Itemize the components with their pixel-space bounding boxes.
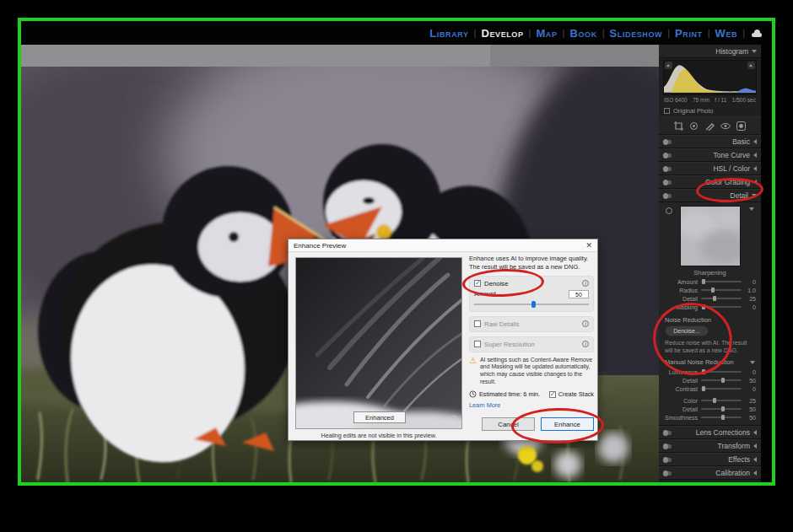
denoise-button[interactable]: Denoise... xyxy=(665,325,709,336)
denoise-label: Denoise xyxy=(484,280,509,287)
shadow-clipping-icon[interactable] xyxy=(665,62,672,69)
masking-tool-icon[interactable] xyxy=(736,121,747,132)
raw-details-checkbox[interactable] xyxy=(474,320,481,327)
slider-track[interactable] xyxy=(701,281,742,282)
slider-track[interactable] xyxy=(701,379,742,381)
info-icon[interactable]: i xyxy=(582,341,589,347)
slider-thumb[interactable] xyxy=(721,378,725,383)
zoom-magnifier-icon[interactable] xyxy=(450,415,459,425)
slider-masking[interactable]: Masking 0 xyxy=(659,303,761,311)
amount-input[interactable]: 50 xyxy=(569,290,589,298)
panel-switch-icon[interactable] xyxy=(663,167,672,171)
highlight-clipping-icon[interactable] xyxy=(747,62,755,69)
slider-thumb[interactable] xyxy=(702,304,705,309)
clock-icon xyxy=(469,390,477,398)
slider-thumb[interactable] xyxy=(702,369,705,374)
manual-nr-title: Manual Noise Reduction xyxy=(665,358,734,366)
enhance-button[interactable]: Enhance xyxy=(541,417,594,431)
slider-thumb[interactable] xyxy=(702,279,705,284)
histogram[interactable] xyxy=(663,60,757,95)
enhance-preview-image[interactable]: Enhanced xyxy=(295,257,462,429)
panel-switch-icon[interactable] xyxy=(663,140,672,144)
slider-color-detail[interactable]: Detail 50 xyxy=(659,405,761,413)
slider-contrast[interactable]: Contrast 0 xyxy=(659,384,761,393)
panel-header-detail[interactable]: Detail xyxy=(659,189,761,202)
original-photo-row[interactable]: Original Photo xyxy=(659,105,761,116)
slider-nr-detail[interactable]: Detail 50 xyxy=(659,376,761,384)
panel-switch-icon[interactable] xyxy=(663,153,672,158)
nav-map[interactable]: Map xyxy=(531,27,561,40)
amount-slider[interactable] xyxy=(474,301,589,308)
panel-switch-icon[interactable] xyxy=(663,458,672,462)
crop-tool-icon[interactable] xyxy=(673,121,684,132)
nav-develop[interactable]: Develop xyxy=(477,27,527,40)
slider-thumb[interactable] xyxy=(711,287,715,293)
nav-slideshow[interactable]: Slideshow xyxy=(606,27,667,40)
chevron-down-icon xyxy=(749,207,754,211)
detail-preview[interactable] xyxy=(680,206,741,266)
chevron-down-icon xyxy=(752,194,757,197)
slider-luminance[interactable]: Luminance 0 xyxy=(659,368,761,376)
detail-target-icon[interactable] xyxy=(666,207,672,214)
slider-thumb[interactable] xyxy=(531,301,536,308)
chevron-left-icon xyxy=(753,457,757,462)
slider-track[interactable] xyxy=(701,388,742,390)
slider-smoothness[interactable]: Smoothness 50 xyxy=(659,413,761,422)
slider-track[interactable] xyxy=(701,298,742,299)
iso-value: ISO 6400 xyxy=(664,97,687,105)
denoise-checkbox[interactable] xyxy=(474,280,481,287)
panel-header-basic[interactable]: Basic xyxy=(659,135,761,148)
slider-radius[interactable]: Radius 1.0 xyxy=(659,286,761,294)
create-stack-checkbox[interactable] xyxy=(549,391,556,398)
super-resolution-checkbox[interactable] xyxy=(474,341,481,347)
nav-web[interactable]: Web xyxy=(711,27,742,40)
chevron-left-icon xyxy=(753,153,757,158)
close-icon[interactable]: ✕ xyxy=(585,242,592,250)
panel-switch-icon[interactable] xyxy=(663,180,672,185)
info-icon[interactable]: i xyxy=(582,320,589,327)
lens-corrections-label: Lens Corrections xyxy=(696,428,750,437)
panel-switch-icon[interactable] xyxy=(663,431,672,435)
red-eye-tool-icon[interactable] xyxy=(720,121,731,132)
slider-thumb[interactable] xyxy=(713,398,716,403)
basic-label: Basic xyxy=(732,137,750,146)
cancel-button[interactable]: Cancel xyxy=(482,417,535,431)
panel-header-transform[interactable]: Transform xyxy=(659,439,761,453)
panel-header-hsl[interactable]: HSL / Color xyxy=(659,162,761,175)
panel-header-lens-corrections[interactable]: Lens Corrections xyxy=(659,426,761,439)
panel-switch-icon[interactable] xyxy=(663,444,672,449)
slider-color[interactable]: Color 25 xyxy=(659,396,761,405)
slider-track[interactable] xyxy=(701,416,742,418)
slider-track[interactable] xyxy=(701,400,742,401)
detail-panel-body: Sharpening Amount 0 Radius 1.0 Detail xyxy=(659,202,761,426)
nav-book[interactable]: Book xyxy=(565,27,601,40)
slider-track[interactable] xyxy=(701,289,742,291)
panel-header-color-grading[interactable]: Color Grading xyxy=(659,175,761,189)
slider-thumb[interactable] xyxy=(702,386,705,391)
slider-track[interactable] xyxy=(701,306,742,308)
panel-header-effects[interactable]: Effects xyxy=(659,453,761,466)
learn-more-link[interactable]: Learn More xyxy=(469,401,500,409)
nav-library[interactable]: Library xyxy=(425,27,472,40)
histogram-header[interactable]: Histogram xyxy=(659,45,761,58)
panel-switch-icon[interactable] xyxy=(663,194,672,198)
slider-track[interactable] xyxy=(701,371,742,373)
slider-detail[interactable]: Detail 25 xyxy=(659,294,761,303)
panel-switch-icon[interactable] xyxy=(663,471,672,476)
slider-thumb[interactable] xyxy=(721,406,725,411)
panel-header-calibration[interactable]: Calibration xyxy=(659,466,761,480)
panel-header-tone-curve[interactable]: Tone Curve xyxy=(659,148,761,162)
cloud-sync-icon[interactable] xyxy=(750,29,763,37)
slider-thumb[interactable] xyxy=(721,415,725,420)
raw-details-label: Raw Details xyxy=(484,320,520,328)
slider-thumb[interactable] xyxy=(713,296,716,301)
slider-amount[interactable]: Amount 0 xyxy=(659,277,761,286)
info-icon[interactable]: i xyxy=(582,280,589,287)
enhanced-toggle-button[interactable]: Enhanced xyxy=(353,411,406,423)
brush-tool-icon[interactable] xyxy=(704,121,715,132)
nav-print[interactable]: Print xyxy=(671,27,707,40)
healing-tool-icon[interactable] xyxy=(688,121,699,132)
manual-nr-header[interactable]: Manual Noise Reduction xyxy=(659,357,761,368)
nav-separator: | xyxy=(742,28,746,38)
slider-track[interactable] xyxy=(701,408,742,410)
